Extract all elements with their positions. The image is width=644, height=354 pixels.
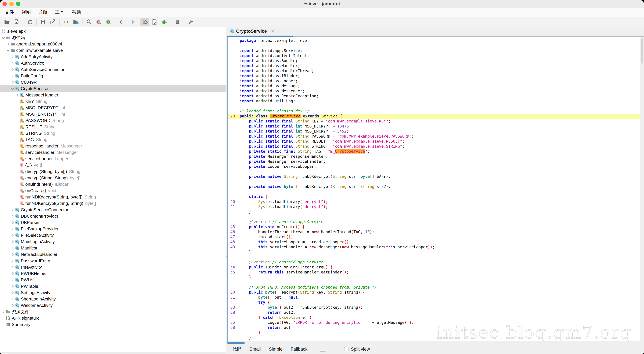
horizontal-scrollbar[interactable] (227, 341, 644, 344)
preferences-icon[interactable] (186, 18, 195, 26)
bottom-grip-icon[interactable]: ••• (320, 349, 326, 354)
tree-item-responsehandler[interactable]: fresponseHandlerMessenger (0, 143, 226, 149)
chevron-collapsed-icon[interactable] (10, 271, 15, 276)
tree-item-netbackuphandler[interactable]: cNetBackupHandler (0, 251, 226, 257)
chevron-collapsed-icon[interactable] (10, 233, 15, 238)
debugger-icon[interactable] (160, 18, 168, 26)
tree-item-pwlist[interactable]: cPWList (0, 277, 226, 283)
chevron-collapsed-icon[interactable] (10, 252, 15, 257)
tree-item-msg-encrypt[interactable]: fMSG_ENCRYPTint (0, 111, 226, 117)
tree-item-passwordentry[interactable]: cPasswordEntry (0, 257, 226, 264)
forward-icon[interactable] (127, 18, 136, 26)
chevron-collapsed-icon[interactable] (10, 227, 15, 231)
chevron-collapsed-icon[interactable] (15, 93, 20, 97)
back-icon[interactable] (118, 18, 126, 26)
chevron-collapsed-icon[interactable] (10, 74, 15, 78)
tree-item-pwtable[interactable]: cPWTable (0, 283, 226, 289)
horizontal-scrollbar-thumb[interactable] (228, 341, 244, 344)
tree-item-tag[interactable]: fTAGString (0, 136, 226, 143)
text-search-icon[interactable] (85, 18, 94, 26)
chevron-collapsed-icon[interactable] (10, 284, 15, 288)
view-tab-simple[interactable]: Simple (269, 346, 283, 352)
package-tree-panel[interactable]: sieve.apk源代码android.support.p000v4com.mw… (0, 27, 226, 352)
deobfuscation-icon[interactable] (140, 18, 149, 26)
tree-item-manifest[interactable]: cManifest (0, 245, 226, 251)
tree-item-authservice[interactable]: cAuthService (0, 60, 226, 66)
tree-item-dbcontentprovider[interactable]: cDBContentProvider (0, 213, 226, 219)
chevron-collapsed-icon[interactable] (6, 42, 10, 46)
chevron-collapsed-icon[interactable] (10, 239, 15, 244)
chevron-expanded-icon[interactable] (1, 36, 6, 40)
tree-item-pinactivity[interactable]: cPINActivity (0, 264, 226, 270)
add-files-icon[interactable] (12, 18, 21, 26)
tree-item-sieve-apk[interactable]: sieve.apk (0, 28, 226, 34)
tree-item-pwdbhelper[interactable]: cPWDBHelper (0, 270, 226, 277)
chevron-collapsed-icon[interactable] (10, 246, 15, 250)
menu-item-5[interactable]: 帮助 (70, 9, 82, 16)
view-tab-fallback[interactable]: Fallback (291, 346, 308, 352)
chevron-collapsed-icon[interactable] (10, 278, 15, 282)
tree-item-string[interactable]: fSTRINGString (0, 130, 226, 136)
chevron-collapsed-icon[interactable] (10, 61, 15, 66)
chevron-collapsed-icon[interactable] (10, 214, 15, 218)
chevron-collapsed-icon[interactable] (10, 208, 15, 212)
tree-item-item[interactable]: m★{...}void (0, 162, 226, 168)
export-icon[interactable] (48, 18, 57, 26)
chevron-collapsed-icon[interactable] (10, 297, 15, 301)
tree-item-runndkdecrypt-string-byte[interactable]: mrunNDKdecrypt(String, byte[])String (0, 194, 226, 200)
tree-item-apk-signature[interactable]: APK signature (0, 315, 226, 321)
tree-item-shortloginactivity[interactable]: cShortLoginActivity (0, 296, 226, 302)
tree-item-summary[interactable]: Summary (0, 321, 226, 328)
vertical-scrollbar[interactable] (640, 37, 644, 341)
open-file-icon[interactable] (2, 18, 11, 26)
tree-item-welcomeactivity[interactable]: cWelcomeActivity (0, 302, 226, 308)
tree-item-cryptoserviceconnector[interactable]: cCryptoServiceConnector (0, 207, 226, 213)
tree-item-fileselectactivity[interactable]: cFileSelectActivity (0, 232, 226, 238)
view-tab-smali[interactable]: Smali (250, 346, 261, 352)
split-view-toggle[interactable]: Split view (344, 346, 370, 352)
tree-item-com-mwr-example-sieve[interactable]: com.mwr.example.sieve (0, 47, 226, 54)
chevron-collapsed-icon[interactable] (10, 220, 15, 225)
tree-item-settingsactivity[interactable]: cSettingsActivity (0, 289, 226, 296)
split-view-checkbox[interactable] (344, 347, 348, 351)
tab-cryptoservice[interactable]: c CryptoService × (227, 27, 278, 36)
chevron-collapsed-icon[interactable] (10, 265, 15, 269)
tree-item-servicelooper[interactable]: fserviceLooperLooper (0, 156, 226, 162)
tree-item-result[interactable]: fRESULTString (0, 124, 226, 130)
chevron-collapsed-icon[interactable] (10, 290, 15, 295)
chevron-collapsed-icon[interactable] (1, 309, 6, 314)
save-all-icon[interactable] (39, 18, 48, 26)
class-search-icon[interactable] (104, 18, 113, 26)
flatten-packages-icon[interactable] (72, 18, 80, 26)
close-icon[interactable]: × (271, 29, 274, 34)
reload-icon[interactable] (26, 18, 34, 26)
chevron-collapsed-icon[interactable] (10, 80, 15, 85)
vertical-scrollbar-thumb[interactable] (641, 39, 643, 64)
tree-item-servicehandler[interactable]: fserviceHandlerMessenger (0, 149, 226, 156)
chevron-collapsed-icon[interactable] (10, 303, 15, 308)
comment-search-icon[interactable] (94, 18, 103, 26)
chevron-collapsed-icon[interactable] (10, 55, 15, 59)
tree-item-addentryactivity[interactable]: cAddEntryActivity (0, 54, 226, 60)
tree-item-authserviceconnector[interactable]: cAuthServiceConnector (0, 66, 226, 73)
tree-item-runndkencrypt-string-string[interactable]: mrunNDKencrypt(String, String)byte[] (0, 200, 226, 207)
panel-splitter[interactable] (226, 27, 227, 354)
tree-item-encrypt-string-string[interactable]: mencrypt(String, String)byte[] (0, 175, 226, 181)
menu-item-2[interactable]: 视图 (20, 9, 32, 16)
tree-item-c0049r[interactable]: cC0049R (0, 79, 226, 85)
tree-item-password[interactable]: fPASSWORDString (0, 117, 226, 124)
tree-item-cryptoservice[interactable]: cCryptoService (0, 85, 226, 92)
tree-item-oncreate[interactable]: monCreate()void (0, 187, 226, 194)
tree-item-mainloginactivity[interactable]: cMainLoginActivity (0, 238, 226, 245)
tree-item-messagehandler[interactable]: cMessageHandler (0, 92, 226, 98)
chevron-collapsed-icon[interactable] (10, 258, 15, 263)
log-viewer-icon[interactable] (173, 18, 182, 26)
view-tab-item[interactable]: 代码 (232, 346, 241, 352)
tree-item-onbind-intent[interactable]: monBind(Intent)IBinder (0, 181, 226, 187)
chevron-expanded-icon[interactable] (6, 48, 10, 53)
tree-item-item[interactable]: 资源文件 (0, 308, 226, 315)
chevron-expanded-icon[interactable] (10, 86, 15, 91)
tree-item-android-support-p000v4[interactable]: android.support.p000v4 (0, 41, 226, 47)
menu-item-4[interactable]: 工具 (54, 9, 66, 16)
tree-item-key[interactable]: fKEYString (0, 98, 226, 105)
